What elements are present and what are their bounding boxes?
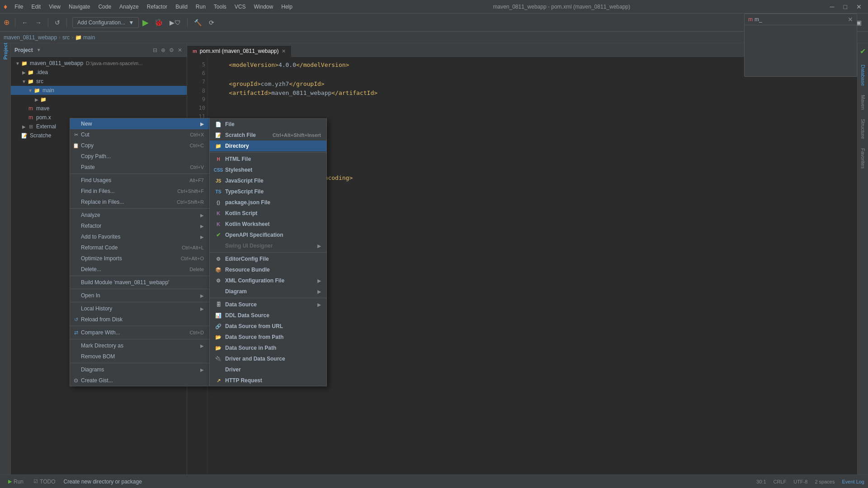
submenu-ts[interactable]: TS TypeScript File (210, 186, 326, 197)
css-icon: CSS (214, 167, 222, 173)
ctx-item-create-gist[interactable]: ⊙ Create Gist... (70, 375, 209, 386)
submenu-xml-config[interactable]: ⚙ XML Configuration File ▶ (210, 275, 326, 286)
ctx-item-copy-path[interactable]: Copy Path... (70, 151, 209, 162)
ctx-item-add-favorites[interactable]: Add to Favorites ▶ (70, 231, 209, 242)
ctx-item-reformat[interactable]: Reformat Code Ctrl+Alt+L (70, 242, 209, 253)
submenu-ds-url[interactable]: 🔗 Data Source from URL (210, 321, 326, 332)
ctx-item-remove-bom[interactable]: Remove BOM (70, 351, 209, 362)
minimize-button[interactable]: ─ (827, 2, 837, 11)
ctx-item-refactor[interactable]: Refactor ▶ (70, 221, 209, 231)
ctx-item-find-in-files[interactable]: Find in Files... Ctrl+Shift+F (70, 186, 209, 197)
maximize-button[interactable]: □ (841, 2, 850, 11)
submenu-package-json[interactable]: {} package.json File (210, 197, 326, 208)
locate-button[interactable]: ⊕ (160, 46, 166, 54)
menu-navigate[interactable]: Navigate (65, 3, 94, 11)
submenu-driver[interactable]: Driver (210, 364, 326, 375)
ctx-item-build-module[interactable]: Build Module 'maven_0811_webapp' (70, 277, 209, 288)
breadcrumb-src[interactable]: src (62, 34, 70, 41)
build-button[interactable]: 🔨 (191, 17, 204, 28)
submenu-openapi[interactable]: ✔ OpenAPI Specification (210, 230, 326, 240)
line-ending: CRLF (774, 479, 787, 484)
favorites-tab[interactable]: Favorites (859, 145, 867, 172)
submenu-kotlin-script[interactable]: K Kotlin Script (210, 208, 326, 219)
project-panel-dropdown-icon[interactable]: ▼ (37, 47, 41, 52)
ctx-item-delete[interactable]: Delete... Delete (70, 264, 209, 275)
submenu-resource-bundle[interactable]: 📦 Resource Bundle (210, 264, 326, 275)
ctx-cut-shortcut: Ctrl+X (181, 132, 204, 137)
menu-build[interactable]: Build (172, 3, 191, 11)
submenu-diagram[interactable]: Diagram ▶ (210, 286, 326, 297)
back-button[interactable]: ← (19, 17, 31, 28)
submenu-stylesheet[interactable]: CSS Stylesheet (210, 164, 326, 175)
menu-analyze[interactable]: Analyze (116, 3, 142, 11)
forward-button[interactable]: → (33, 17, 44, 28)
close-button[interactable]: ✕ (854, 2, 864, 11)
menu-vcs[interactable]: VCS (231, 3, 250, 11)
ctx-item-replace-in-files[interactable]: Replace in Files... Ctrl+Shift+R (70, 197, 209, 207)
coverage-button[interactable]: ▶🛡 (167, 17, 184, 28)
menu-view[interactable]: View (45, 3, 64, 11)
external-icon: ⊞ (27, 123, 34, 130)
submenu-ddl[interactable]: 📊 DDL Data Source (210, 310, 326, 321)
add-configuration-button[interactable]: Add Configuration... ▼ (72, 17, 139, 28)
menu-run[interactable]: Run (192, 3, 209, 11)
submenu-directory[interactable]: 📁 Directory (210, 141, 326, 151)
menu-file[interactable]: File (11, 3, 27, 11)
editor-tab-pom[interactable]: m pom.xml (maven_0811_webapp) ✕ (187, 45, 292, 57)
tree-item-java[interactable]: ▶ 📁 (11, 95, 187, 104)
menu-code[interactable]: Code (94, 3, 115, 11)
submenu-http[interactable]: ↗ HTTP Request (210, 375, 326, 386)
tree-item-main[interactable]: ▼ 📁 main (11, 86, 187, 95)
submenu-js[interactable]: JS JavaScript File (210, 175, 326, 186)
maven-panel-close-button[interactable]: ✕ (848, 16, 853, 23)
run-button[interactable]: ▶ (141, 17, 151, 28)
menu-help[interactable]: Help (278, 3, 296, 11)
ctx-item-diagrams[interactable]: Diagrams ▶ (70, 364, 209, 375)
event-log[interactable]: Event Log (842, 479, 864, 484)
tab-close-icon[interactable]: ✕ (282, 48, 286, 54)
ctx-item-local-history[interactable]: Local History ▶ (70, 303, 209, 314)
database-tab[interactable]: Database (859, 61, 867, 89)
sync-button[interactable]: ⟳ (206, 17, 217, 28)
submenu-file[interactable]: 📄 File (210, 119, 326, 130)
tree-item-idea[interactable]: ▶ 📁 .idea (11, 68, 187, 77)
submenu-driver-ds[interactable]: 🔌 Driver and Data Source (210, 353, 326, 364)
submenu-scratch-file[interactable]: 📝 Scratch File Ctrl+Alt+Shift+Insert (210, 130, 326, 141)
ctx-item-mark-dir[interactable]: Mark Directory as ▶ (70, 340, 209, 351)
maven-tab[interactable]: Maven (859, 91, 867, 113)
refresh-button[interactable]: ↺ (52, 17, 63, 28)
ctx-item-analyze[interactable]: Analyze ▶ (70, 210, 209, 221)
project-tab-icon[interactable]: Project (1, 47, 9, 55)
run-tab[interactable]: ▶ Run (4, 478, 28, 486)
submenu-html[interactable]: H HTML File (210, 154, 326, 164)
menu-window[interactable]: Window (250, 3, 277, 11)
tree-item-root[interactable]: ▼ 📁 maven_0811_webapp D:\java-maven-spac… (11, 59, 187, 68)
tree-item-mave[interactable]: m mave (11, 104, 187, 113)
breadcrumb-project[interactable]: maven_0811_webapp (4, 34, 57, 41)
ctx-item-compare[interactable]: ⇄ Compare With... Ctrl+D (70, 327, 209, 338)
debug-button[interactable]: 🐞 (152, 17, 165, 28)
breadcrumb-main[interactable]: 📁 main (75, 34, 95, 41)
todo-tab[interactable]: ☑ TODO (29, 478, 60, 486)
submenu-data-source[interactable]: 🗄 Data Source ▶ (210, 299, 326, 310)
structure-tab[interactable]: Structure (859, 115, 867, 143)
submenu-ds-path[interactable]: 📂 Data Source from Path (210, 332, 326, 343)
menu-refactor[interactable]: Refactor (143, 3, 171, 11)
tree-item-src[interactable]: ▼ 📁 src (11, 77, 187, 86)
menu-edit[interactable]: Edit (28, 3, 45, 11)
submenu-editorconfig[interactable]: ⚙ EditorConfig File (210, 253, 326, 264)
panel-hide-button[interactable]: ✕ (177, 46, 183, 54)
ctx-item-reload[interactable]: ↺ Reload from Disk (70, 314, 209, 325)
ctx-item-optimize[interactable]: Optimize Imports Ctrl+Alt+O (70, 253, 209, 264)
ctx-item-new[interactable]: New ▶ 📄 File 📝 Scratch File Ctrl+Alt+Shi… (70, 118, 209, 129)
collapse-all-button[interactable]: ⊟ (152, 46, 158, 54)
submenu-ds-in-path[interactable]: 📂 Data Source in Path (210, 343, 326, 353)
settings-panel-button[interactable]: ⚙ (168, 46, 175, 54)
ctx-item-cut[interactable]: ✂ Cut Ctrl+X (70, 129, 209, 140)
ctx-item-open-in[interactable]: Open In ▶ (70, 290, 209, 301)
ctx-item-find-usages[interactable]: Find Usages Alt+F7 (70, 175, 209, 186)
menu-tools[interactable]: Tools (210, 3, 230, 11)
submenu-kotlin-worksheet[interactable]: K Kotlin Worksheet (210, 219, 326, 230)
ctx-item-copy[interactable]: 📋 Copy Ctrl+C (70, 140, 209, 151)
ctx-item-paste[interactable]: Paste Ctrl+V (70, 162, 209, 173)
